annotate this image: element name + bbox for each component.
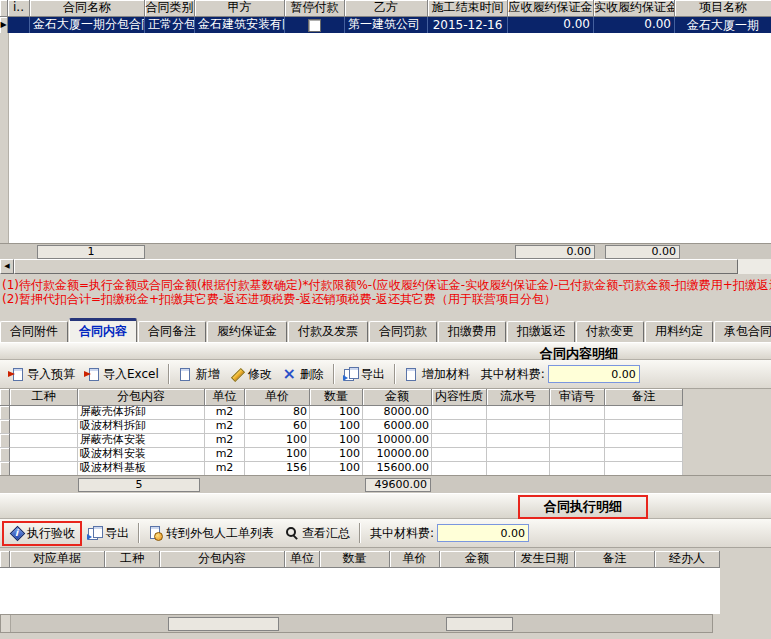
- edit-button[interactable]: 修改: [225, 364, 277, 385]
- execution-toolbar: 执行验收 导出 转到外包人工单列表 查看汇总 其中材料费:: [0, 519, 771, 548]
- col-handler[interactable]: 经办人: [655, 551, 720, 568]
- tab-withheld-fees[interactable]: 扣缴费用: [438, 321, 506, 342]
- col-flag[interactable]: i..: [8, 0, 30, 17]
- goto-outsourcing-list-button[interactable]: 转到外包人工单列表: [143, 523, 279, 544]
- pause-payment-checkbox[interactable]: [308, 19, 321, 32]
- col-quantity[interactable]: 数量: [320, 551, 390, 568]
- cell-qty: 100: [310, 420, 363, 434]
- execution-title-highlight: 合同执行明细: [518, 495, 648, 519]
- col-unit-price[interactable]: 单价: [245, 389, 310, 406]
- col-remarks[interactable]: 备注: [605, 389, 683, 406]
- import-excel-button[interactable]: 导入Excel: [80, 364, 164, 385]
- import-budget-label: 导入预算: [27, 366, 75, 383]
- cell-project-name: 金石大厦一期: [675, 17, 771, 33]
- material-fee-label: 其中材料费:: [481, 366, 545, 383]
- col-subcontract-content[interactable]: 分包内容: [78, 389, 205, 406]
- tab-material-agreement[interactable]: 用料约定: [645, 321, 713, 342]
- col-end-date[interactable]: 施工结束时间: [428, 0, 508, 17]
- add-button[interactable]: 新增: [173, 364, 225, 385]
- col-work-type[interactable]: 工种: [105, 551, 160, 568]
- export-button[interactable]: 导出: [338, 364, 390, 385]
- col-unit[interactable]: 单位: [285, 551, 320, 568]
- import-budget-button[interactable]: 导入预算: [4, 364, 80, 385]
- col-row-selector: [0, 0, 8, 17]
- col-serial-no[interactable]: 流水号: [487, 389, 550, 406]
- col-received-deposit[interactable]: 实收履约保证金: [594, 0, 675, 17]
- magnifier-icon: [284, 526, 299, 540]
- contract-row-selected[interactable]: ▶ 金石大厦一期分包合同 正常分包 金石建筑安装有限 第一建筑公司 2015-1…: [0, 17, 771, 33]
- col-amount[interactable]: 金额: [363, 389, 432, 406]
- cell-amount: 10000.00: [363, 434, 432, 448]
- tab-withheld-returns[interactable]: 扣缴返还: [507, 321, 575, 342]
- col-receivable-deposit[interactable]: 应收履约保证金: [508, 0, 594, 17]
- col-unit-price[interactable]: 单价: [390, 551, 440, 568]
- col-subcontract-content[interactable]: 分包内容: [160, 551, 285, 568]
- content-row-4[interactable]: 吸波材料安装 m2 100 100 10000.00: [0, 448, 683, 462]
- content-row-2[interactable]: 吸波材料拆卸 m2 60 100 6000.00: [0, 420, 683, 434]
- horizontal-scrollbar[interactable]: ◀: [0, 259, 771, 274]
- cell-qty: 100: [310, 406, 363, 420]
- cell-unit: m2: [205, 434, 245, 448]
- add-material-label: 增加材料: [422, 366, 470, 383]
- delete-x-icon: [282, 367, 297, 381]
- cell-content: 屏蔽壳体拆卸: [78, 406, 205, 420]
- col-contract-type[interactable]: 合同类别: [145, 0, 195, 17]
- scrollbar-thumb[interactable]: [14, 259, 738, 274]
- material-fee-input[interactable]: [548, 365, 640, 383]
- col-request-no[interactable]: 审请号: [550, 389, 605, 406]
- cell-receivable-deposit: 0.00: [508, 17, 594, 33]
- detail-tabs: 合同附件 合同内容 合同备注 履约保证金 付款及发票 合同罚款 扣缴费用 扣缴返…: [0, 318, 771, 342]
- col-quantity[interactable]: 数量: [310, 389, 363, 406]
- toolbar-separator: [138, 523, 139, 543]
- tab-payment-invoice[interactable]: 付款及发票: [288, 321, 368, 342]
- cell-amount: 6000.00: [363, 420, 432, 434]
- content-amount-total: 49600.00: [365, 478, 431, 492]
- col-remarks[interactable]: 备注: [575, 551, 655, 568]
- accept-execution-button[interactable]: 执行验收: [4, 523, 80, 544]
- export-execution-button[interactable]: 导出: [82, 523, 134, 544]
- content-row-3[interactable]: 屏蔽壳体安装 m2 100 100 10000.00: [0, 434, 683, 448]
- col-occur-date[interactable]: 发生日期: [515, 551, 575, 568]
- col-contract-name[interactable]: 合同名称: [30, 0, 145, 17]
- col-related-doc[interactable]: 对应单据: [10, 551, 105, 568]
- add-material-button[interactable]: 增加材料: [399, 364, 475, 385]
- export-icon: [343, 367, 358, 381]
- cell-qty: 100: [310, 434, 363, 448]
- view-summary-label: 查看汇总: [302, 525, 350, 542]
- toolbar-separator: [394, 364, 395, 384]
- edit-label: 修改: [248, 366, 272, 383]
- view-summary-button[interactable]: 查看汇总: [279, 523, 355, 544]
- col-content-nature[interactable]: 内容性质: [432, 389, 487, 406]
- contracts-summary-band: 1 0.00 0.00: [0, 243, 771, 260]
- cell-price: 100: [245, 434, 310, 448]
- cell-end-date: 2015-12-16: [428, 17, 508, 33]
- col-project-name[interactable]: 项目名称: [675, 0, 771, 17]
- tab-contract-attachments[interactable]: 合同附件: [0, 321, 68, 342]
- scroll-left-icon[interactable]: ◀: [0, 259, 14, 274]
- cell-amount: 8000.00: [363, 406, 432, 420]
- tab-contract-receipts[interactable]: 承包合同收款: [714, 321, 771, 342]
- tab-contract-content[interactable]: 合同内容: [69, 318, 137, 342]
- cell-unit: m2: [205, 406, 245, 420]
- tab-payment-changes[interactable]: 付款变更: [576, 321, 644, 342]
- row-selector-icon: ▶: [0, 17, 8, 33]
- contract-management-window: i.. 合同名称 合同类别 甲方 暂停付款 乙方 施工结束时间 应收履约保证金 …: [0, 0, 771, 639]
- tab-contract-notes[interactable]: 合同备注: [138, 321, 206, 342]
- execution-summary-box-2: [446, 617, 513, 631]
- col-party-a[interactable]: 甲方: [195, 0, 285, 17]
- col-amount[interactable]: 金额: [440, 551, 515, 568]
- cell-content: 吸波材料基板: [78, 462, 205, 475]
- notice-line-1: (1)待付款金额=执行金额或合同金额(根据付款基数确定)*付款限额%-(应收履约…: [2, 278, 771, 292]
- delete-button[interactable]: 删除: [277, 364, 329, 385]
- content-row-5-clipped[interactable]: 吸波材料基板 m2 156 100 15600.00: [0, 462, 683, 475]
- tab-performance-deposit[interactable]: 履约保证金: [207, 321, 287, 342]
- contracts-count: 1: [37, 245, 145, 259]
- col-work-type[interactable]: 工种: [10, 389, 78, 406]
- delete-label: 删除: [300, 366, 324, 383]
- col-pause-payment[interactable]: 暂停付款: [285, 0, 345, 17]
- col-unit[interactable]: 单位: [205, 389, 245, 406]
- content-row-1[interactable]: 屏蔽壳体拆卸 m2 80 100 8000.00: [0, 406, 683, 420]
- execution-material-fee-input[interactable]: [437, 524, 529, 542]
- tab-contract-penalty[interactable]: 合同罚款: [369, 321, 437, 342]
- col-party-b[interactable]: 乙方: [345, 0, 428, 17]
